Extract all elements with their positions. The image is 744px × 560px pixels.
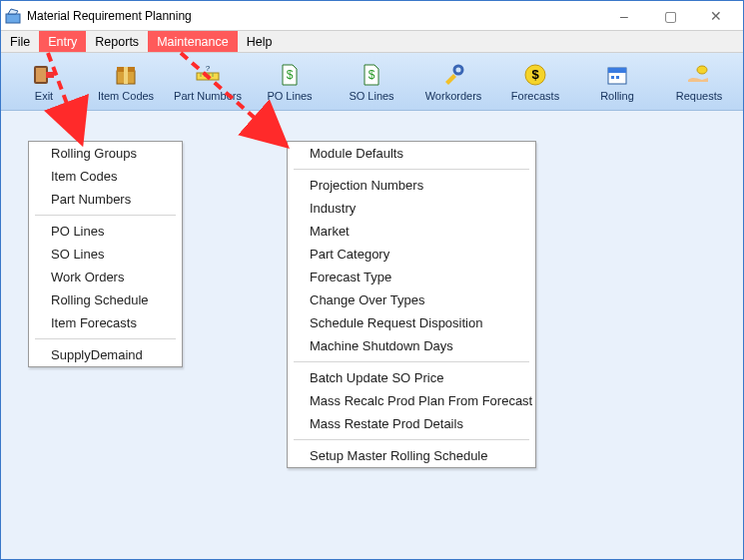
toolbar-label: SO Lines <box>349 90 393 102</box>
menu-item-change-over-types[interactable]: Change Over Types <box>288 288 535 311</box>
toolbar-requests[interactable]: Requests <box>658 53 740 110</box>
menu-help[interactable]: Help <box>238 31 282 52</box>
menu-separator <box>35 338 176 339</box>
box-icon <box>113 62 139 88</box>
minimize-button[interactable]: – <box>601 1 647 31</box>
calendar-icon <box>604 62 630 88</box>
menu-item-projection-numbers[interactable]: Projection Numbers <box>288 174 535 197</box>
menu-item-part-category[interactable]: Part Category <box>288 243 535 266</box>
menu-item-rolling-groups[interactable]: Rolling Groups <box>29 142 182 165</box>
menu-entry[interactable]: Entry <box>39 31 86 52</box>
menu-item-market[interactable]: Market <box>288 220 535 243</box>
menu-item-so-lines[interactable]: SO Lines <box>29 243 182 266</box>
hand-coin-icon <box>686 62 712 88</box>
toolbar-itemcodes[interactable]: Item Codes <box>85 53 167 110</box>
toolbar-solines[interactable]: $ SO Lines <box>331 53 412 110</box>
title-bar: Material Requirement Planning – ▢ ✕ <box>1 1 743 31</box>
toolbar-polines[interactable]: $ PO Lines <box>249 53 331 110</box>
menu-item-machine-shutdown-days[interactable]: Machine Shutdown Days <box>288 334 535 357</box>
toolbar-label: Workorders <box>425 90 482 102</box>
svg-rect-21 <box>611 76 614 79</box>
menu-item-industry[interactable]: Industry <box>288 197 535 220</box>
menu-item-item-forecasts[interactable]: Item Forecasts <box>29 311 182 334</box>
maintenance-dropdown: Module Defaults Projection Numbers Indus… <box>287 141 536 468</box>
toolbar-rolling[interactable]: Rolling <box>576 53 658 110</box>
close-button[interactable]: ✕ <box>693 1 739 31</box>
svg-marker-1 <box>8 9 18 14</box>
toolbar-exit[interactable]: Exit <box>3 53 85 110</box>
dollar-circle-icon: $ <box>522 62 548 88</box>
menu-item-mass-restate-prod-details[interactable]: Mass Restate Prod Details <box>288 412 535 435</box>
menu-item-forecast-type[interactable]: Forecast Type <box>288 266 535 288</box>
menu-item-schedule-request-disposition[interactable]: Schedule Request Disposition <box>288 311 535 334</box>
svg-rect-8 <box>197 73 219 80</box>
menu-item-rolling-schedule[interactable]: Rolling Schedule <box>29 288 182 311</box>
app-icon <box>5 8 21 24</box>
svg-point-23 <box>697 66 707 74</box>
svg-rect-7 <box>124 67 128 84</box>
toolbar-label: Part Numbers <box>174 90 242 102</box>
toolbar-partnumbers[interactable]: ? Part Numbers <box>167 53 249 110</box>
menu-item-po-lines[interactable]: PO Lines <box>29 220 182 243</box>
menu-separator <box>35 215 176 216</box>
svg-text:$: $ <box>287 68 294 82</box>
svg-point-16 <box>454 66 462 74</box>
menu-item-batch-update-so-price[interactable]: Batch Update SO Price <box>288 366 535 389</box>
menu-separator <box>294 439 529 440</box>
menu-bar: File Entry Reports Maintenance Help <box>1 31 743 53</box>
svg-text:$: $ <box>369 68 375 82</box>
menu-item-module-defaults[interactable]: Module Defaults <box>288 142 535 165</box>
svg-text:$: $ <box>531 67 539 82</box>
toolbar-label: Rolling <box>600 90 634 102</box>
svg-rect-4 <box>46 72 54 78</box>
svg-rect-0 <box>6 14 20 23</box>
ruler-icon: ? <box>195 62 221 88</box>
menu-file[interactable]: File <box>1 31 39 52</box>
tools-icon <box>440 62 466 88</box>
exit-icon <box>31 62 57 88</box>
toolbar-workorders[interactable]: Workorders <box>412 53 494 110</box>
menu-item-part-numbers[interactable]: Part Numbers <box>29 188 182 211</box>
document-dollar-icon: $ <box>277 62 303 88</box>
svg-rect-22 <box>616 76 619 79</box>
document-dollar-icon: $ <box>359 62 384 88</box>
menu-item-work-orders[interactable]: Work Orders <box>29 266 182 288</box>
toolbar-label: PO Lines <box>267 90 312 102</box>
menu-separator <box>294 361 529 362</box>
menu-item-supplydemand[interactable]: SupplyDemaind <box>29 343 182 366</box>
toolbar-label: Item Codes <box>98 90 154 102</box>
svg-rect-3 <box>36 68 46 82</box>
svg-text:?: ? <box>206 64 211 73</box>
toolbar: Exit Item Codes ? Part Numbers $ PO Line… <box>1 53 743 111</box>
toolbar-label: Requests <box>676 90 722 102</box>
menu-item-mass-recalc-prod-plan[interactable]: Mass Recalc Prod Plan From Forecast <box>288 389 535 412</box>
menu-reports[interactable]: Reports <box>86 31 148 52</box>
toolbar-label: Forecasts <box>511 90 559 102</box>
menu-maintenance[interactable]: Maintenance <box>148 31 238 52</box>
menu-item-setup-master-rolling-schedule[interactable]: Setup Master Rolling Schedule <box>288 444 535 467</box>
menu-item-item-codes[interactable]: Item Codes <box>29 165 182 188</box>
maximize-button[interactable]: ▢ <box>647 1 693 31</box>
entry-dropdown: Rolling Groups Item Codes Part Numbers P… <box>28 141 183 367</box>
svg-rect-20 <box>608 68 626 73</box>
toolbar-label: Exit <box>35 90 53 102</box>
menu-separator <box>294 169 529 170</box>
toolbar-forecasts[interactable]: $ Forecasts <box>494 53 576 110</box>
window-title: Material Requirement Planning <box>27 9 601 23</box>
window-controls: – ▢ ✕ <box>601 1 739 31</box>
